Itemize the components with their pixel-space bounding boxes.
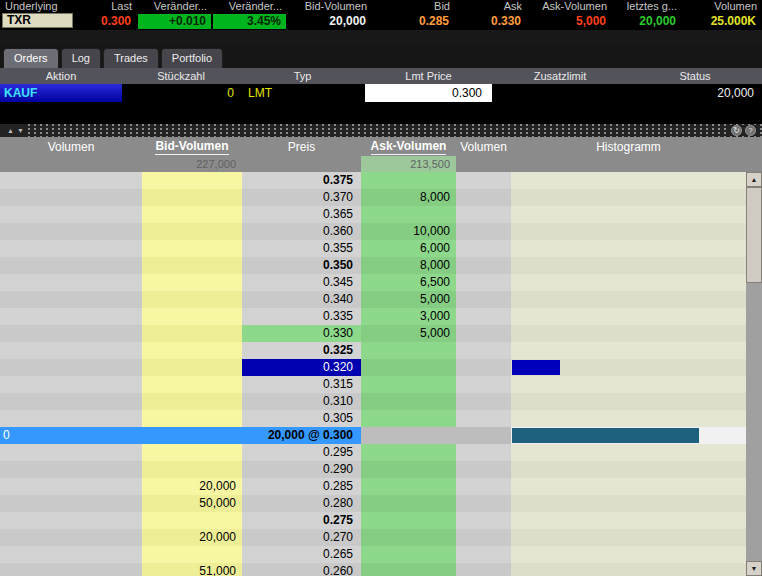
bid-volume-cell[interactable] — [142, 376, 242, 393]
bid-volume-cell[interactable] — [142, 546, 242, 563]
ask-volume-cell[interactable] — [361, 495, 456, 512]
ladder-row[interactable]: 0.275 — [0, 512, 746, 529]
price-cell[interactable]: 0.270 — [242, 529, 361, 546]
order-row[interactable]: KAUF 0 LMT 0.300 20,000 — [0, 84, 762, 102]
bid-volume-cell[interactable]: 20,000 — [142, 478, 242, 495]
bid-volume-cell[interactable] — [142, 325, 242, 342]
bid-volume-cell[interactable] — [142, 189, 242, 206]
ask-volume-cell[interactable] — [361, 393, 456, 410]
bid-volume-cell[interactable] — [142, 461, 242, 478]
bid-volume-cell[interactable] — [142, 410, 242, 427]
price-cell[interactable]: 0.340 — [242, 291, 361, 308]
ladder-row[interactable]: 0.290 — [0, 461, 746, 478]
price-cell[interactable]: 0.350 — [242, 257, 361, 274]
ladder-row[interactable]: 0.375 — [0, 172, 746, 189]
last-trade-row[interactable]: 020,000 @ 0.300 — [0, 427, 746, 444]
bid-volume-cell[interactable] — [142, 172, 242, 189]
ladder-row[interactable]: 0.3708,000 — [0, 189, 746, 206]
price-cell[interactable]: 0.325 — [242, 342, 361, 359]
bid-volume-cell[interactable] — [142, 206, 242, 223]
ladder-scrollbar[interactable]: ▲ ▼ — [746, 172, 762, 576]
bid-volume-cell[interactable] — [142, 291, 242, 308]
order-zusatzlimit-cell[interactable] — [492, 84, 628, 102]
bid-volume-cell[interactable] — [142, 393, 242, 410]
ladder-row[interactable]: 50,0000.280 — [0, 495, 746, 512]
price-cell[interactable]: 0.330 — [242, 325, 361, 342]
bid-volume-cell[interactable] — [142, 308, 242, 325]
ladder-row[interactable]: 0.310 — [0, 393, 746, 410]
ask-volume-cell[interactable] — [361, 478, 456, 495]
ask-volume-cell[interactable] — [361, 342, 456, 359]
ladder-row[interactable]: 0.315 — [0, 376, 746, 393]
price-cell[interactable]: 0.285 — [242, 478, 361, 495]
tab-log[interactable]: Log — [61, 48, 101, 68]
ask-volume-cell[interactable] — [361, 563, 456, 576]
price-cell[interactable]: 0.275 — [242, 512, 361, 529]
bid-volume-cell[interactable] — [142, 359, 242, 376]
bid-volume-cell[interactable]: 50,000 — [142, 495, 242, 512]
ladder-row[interactable]: 0.365 — [0, 206, 746, 223]
ask-volume-cell[interactable]: 8,000 — [361, 189, 456, 206]
ask-volume-cell[interactable] — [361, 427, 456, 444]
ladder-row[interactable]: 0.36010,000 — [0, 223, 746, 240]
ladder-row[interactable]: 20,0000.270 — [0, 529, 746, 546]
ask-volume-cell[interactable] — [361, 546, 456, 563]
bid-volume-cell[interactable] — [142, 427, 242, 444]
price-cell[interactable]: 0.310 — [242, 393, 361, 410]
bid-volume-cell[interactable]: 51,000 — [142, 563, 242, 576]
ask-volume-cell[interactable]: 8,000 — [361, 257, 456, 274]
ask-volume-cell[interactable] — [361, 444, 456, 461]
ladder-row[interactable]: 0.3353,000 — [0, 308, 746, 325]
ladder-row[interactable]: 0.325 — [0, 342, 746, 359]
bid-volume-cell[interactable] — [142, 512, 242, 529]
order-type-cell[interactable]: LMT — [240, 84, 365, 102]
price-cell[interactable]: 0.305 — [242, 410, 361, 427]
ask-volume-cell[interactable]: 6,500 — [361, 274, 456, 291]
order-action-cell[interactable]: KAUF — [0, 84, 122, 102]
ladder-row[interactable]: 0.265 — [0, 546, 746, 563]
bid-volume-cell[interactable] — [142, 274, 242, 291]
price-cell[interactable]: 0.355 — [242, 240, 361, 257]
scrollbar-thumb[interactable] — [746, 187, 762, 283]
order-lmt-price-field[interactable]: 0.300 — [365, 84, 492, 102]
refresh-icon[interactable]: ↻ — [731, 125, 742, 136]
bid-volume-cell[interactable] — [142, 257, 242, 274]
ask-volume-cell[interactable]: 10,000 — [361, 223, 456, 240]
price-cell[interactable]: 20,000 @ 0.300 — [242, 427, 361, 444]
ask-volume-cell[interactable] — [361, 512, 456, 529]
bid-volume-cell[interactable] — [142, 223, 242, 240]
price-cell[interactable]: 0.365 — [242, 206, 361, 223]
bid-volume-cell[interactable] — [142, 342, 242, 359]
ladder-row[interactable]: 51,0000.260 — [0, 563, 746, 576]
ladder-row[interactable]: 0.3556,000 — [0, 240, 746, 257]
splitter-collapse-up-icon[interactable]: ▲ — [7, 124, 14, 137]
bid-volume-cell[interactable] — [142, 240, 242, 257]
ladder-row[interactable]: 0.320 — [0, 359, 746, 376]
ladder-row[interactable]: 0.3405,000 — [0, 291, 746, 308]
price-cell[interactable]: 0.375 — [242, 172, 361, 189]
price-cell[interactable]: 0.345 — [242, 274, 361, 291]
splitter-collapse-down-icon[interactable]: ▼ — [17, 124, 24, 137]
bid-volume-cell[interactable]: 20,000 — [142, 529, 242, 546]
ask-volume-cell[interactable]: 5,000 — [361, 291, 456, 308]
ask-volume-cell[interactable]: 6,000 — [361, 240, 456, 257]
tab-orders[interactable]: Orders — [3, 48, 59, 68]
price-cell[interactable]: 0.320 — [242, 359, 361, 376]
ask-volume-cell[interactable] — [361, 359, 456, 376]
ladder-row[interactable]: 20,0000.285 — [0, 478, 746, 495]
ladder-row[interactable]: 0.305 — [0, 410, 746, 427]
ladder-row[interactable]: 0.3456,500 — [0, 274, 746, 291]
ask-volume-cell[interactable] — [361, 529, 456, 546]
scroll-up-button[interactable]: ▲ — [746, 172, 762, 187]
ask-volume-cell[interactable] — [361, 206, 456, 223]
ask-volume-cell[interactable] — [361, 461, 456, 478]
tab-trades[interactable]: Trades — [103, 48, 159, 68]
price-cell[interactable]: 0.360 — [242, 223, 361, 240]
ask-volume-cell[interactable] — [361, 376, 456, 393]
bid-volume-cell[interactable] — [142, 444, 242, 461]
panel-splitter[interactable]: ▲ ▼ ↻ ? — [0, 124, 762, 137]
price-cell[interactable]: 0.260 — [242, 563, 361, 576]
ask-volume-cell[interactable]: 5,000 — [361, 325, 456, 342]
price-cell[interactable]: 0.280 — [242, 495, 361, 512]
price-cell[interactable]: 0.335 — [242, 308, 361, 325]
